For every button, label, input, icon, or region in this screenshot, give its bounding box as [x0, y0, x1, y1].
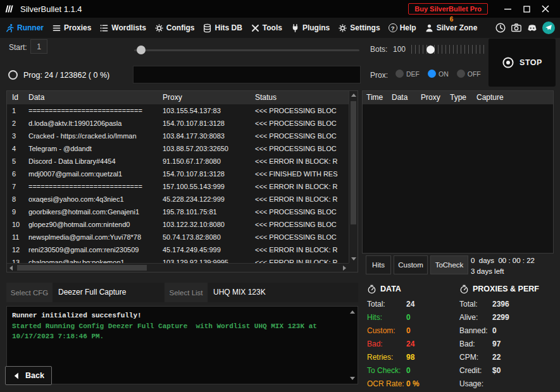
stop-button-label: STOP [520, 58, 542, 67]
prox-option-def[interactable]: DEF [395, 70, 420, 78]
bots-label: Bots: [370, 45, 387, 54]
history-clock-icon[interactable] [495, 22, 506, 34]
table-row[interactable]: 10 glopez90@hotmail.com:nintend0 103.122… [7, 218, 349, 231]
radio-icon [457, 70, 465, 78]
wordlists-icon [99, 23, 109, 33]
table-row[interactable]: 3 Cracked - https://cracked.io/Imman 103… [7, 130, 349, 142]
tab-settings[interactable]: Settings [338, 23, 380, 33]
proxies-list-icon [52, 23, 61, 33]
log-scroll-up-icon[interactable] [350, 310, 355, 314]
vertical-scrollbar[interactable] [349, 91, 358, 263]
tab-tools[interactable]: Tools [251, 23, 282, 33]
scroll-right-arrow-icon[interactable] [343, 266, 346, 271]
header-id[interactable]: Id [7, 91, 26, 104]
start-slider-thumb[interactable] [137, 46, 146, 54]
header-data[interactable]: Data [26, 91, 160, 104]
table-row[interactable]: 2 d.loda@aktv.lt:19901206pasla 154.70.10… [7, 117, 349, 130]
table-row[interactable]: 6 mdj0007@gmail.com:quetzal1 154.70.107.… [7, 168, 349, 180]
table-row[interactable]: 12 reni230509@gmail.com:reni230509 45.17… [7, 243, 349, 256]
table-row[interactable]: 7 ============================ 157.100.5… [7, 180, 349, 193]
table-row[interactable]: 11 newsplmedia@gmail.com:Yuvi78*78 50.74… [7, 231, 349, 243]
cell-id: 2 [7, 117, 26, 130]
bots-value: 100 [393, 45, 406, 54]
prox-option-off[interactable]: OFF [457, 70, 481, 78]
start-slider[interactable] [134, 44, 359, 56]
cell-proxy: 91.150.67.17:8080 [160, 155, 252, 168]
table-row[interactable]: 8 oxaqesi@yahoo.com:4q3niec1 45.228.234.… [7, 193, 349, 205]
tab-custom[interactable]: Custom [394, 255, 428, 274]
log-line: Runner initialized succesfully! [12, 310, 347, 321]
settings-gear-icon [338, 23, 347, 33]
table-row[interactable]: 13 chalgoman@abv.bg:pokemon1 103.129.92.… [7, 256, 349, 263]
cell-data: goorbikers@hotmail.com:Genajeni1 [26, 205, 160, 218]
close-button[interactable] [536, 0, 555, 18]
proxies-stats-header: PROXIES & PERF [459, 283, 556, 295]
stat-value: 0 [406, 366, 411, 375]
screenshot-camera-icon[interactable] [511, 22, 522, 34]
app-window: SilverBullet 1.1.4 Buy SilverBullet Pro … [0, 0, 560, 392]
back-button-label: Back [25, 371, 44, 380]
tab-hits[interactable]: Hits [366, 255, 391, 274]
horizontal-scroll-thumb[interactable] [17, 265, 147, 271]
table-row[interactable]: 4 Telegram - @ddandt 103.88.57.203:32650… [7, 142, 349, 155]
header-capture[interactable]: Capture [476, 91, 553, 104]
table-body: 1 ============================ 103.155.5… [7, 104, 349, 263]
table-row[interactable]: 1 ============================ 103.155.5… [7, 104, 349, 117]
bots-slider-thumb[interactable] [426, 46, 435, 54]
tab-runner[interactable]: Runner [5, 23, 44, 33]
prox-option-on[interactable]: ON [428, 70, 449, 78]
tab-tocheck[interactable]: ToCheck [430, 255, 468, 274]
tab-help[interactable]: Help [389, 23, 416, 32]
header-proxy[interactable]: Proxy [160, 91, 252, 104]
stat-label: Total: [459, 300, 492, 309]
header-time[interactable]: Time [363, 91, 392, 104]
stat-label: CPM: [459, 353, 492, 362]
table-row[interactable]: 5 Discord - Data Library#4454 91.150.67.… [7, 155, 349, 168]
menubar-icon-group [495, 21, 555, 34]
stat-value: 0 [406, 326, 411, 335]
bots-slider-ticks [411, 45, 486, 54]
minimize-button[interactable] [498, 0, 517, 18]
tab-plugins[interactable]: Plugins [290, 23, 330, 33]
select-cfg-button[interactable]: Select CFG [6, 283, 53, 302]
cell-proxy: 154.70.107.81:3128 [160, 168, 252, 180]
stop-button[interactable]: STOP [488, 39, 556, 87]
header-hit-data[interactable]: Data [392, 91, 421, 104]
start-input[interactable] [30, 39, 47, 54]
bots-slider[interactable] [411, 42, 486, 56]
back-button[interactable]: Back [5, 366, 52, 385]
data-stat-row: To Check: 0 [367, 364, 457, 377]
log-panel[interactable]: Runner initialized succesfully!Started R… [6, 306, 358, 384]
select-list-button[interactable]: Select List [165, 283, 208, 302]
cell-proxy: 45.174.249.45:999 [160, 243, 252, 256]
header-type[interactable]: Type [450, 91, 476, 104]
discord-icon[interactable] [526, 22, 538, 34]
start-slider-track [134, 49, 359, 51]
tab-configs[interactable]: Configs [154, 23, 195, 33]
vertical-scroll-thumb[interactable] [351, 101, 356, 224]
cell-data: Telegram - @ddandt [26, 142, 160, 155]
stat-label: Total: [367, 300, 406, 309]
prox-on-label: ON [439, 70, 449, 78]
header-status[interactable]: Status [252, 91, 358, 104]
tab-hits-db[interactable]: Hits DB [202, 23, 242, 33]
tab-settings-label: Settings [350, 23, 380, 32]
header-hit-proxy[interactable]: Proxy [421, 91, 450, 104]
log-scroll-down-icon[interactable] [350, 377, 355, 380]
prox-off-label: OFF [468, 70, 481, 78]
gauge-icon [367, 285, 376, 294]
cell-status: <<< ERROR IN BLOCK: R [252, 155, 349, 168]
buy-pro-button[interactable]: Buy SilverBullet Pro [408, 3, 488, 15]
tab-silver-zone[interactable]: 6 Silver Zone [425, 23, 478, 33]
scroll-up-arrow-icon[interactable] [351, 94, 356, 97]
maximize-button[interactable] [517, 0, 536, 18]
tab-wordlists[interactable]: Wordlists [99, 23, 146, 33]
table-row[interactable]: 9 goorbikers@hotmail.com:Genajeni1 195.7… [7, 205, 349, 218]
tab-proxies[interactable]: Proxies [52, 23, 91, 33]
stat-label: Credit: [459, 366, 492, 375]
horizontal-scrollbar[interactable] [7, 263, 349, 272]
cell-id: 5 [7, 155, 26, 168]
scroll-down-arrow-icon[interactable] [351, 257, 356, 260]
telegram-button[interactable] [542, 21, 555, 34]
scroll-left-arrow-icon[interactable] [9, 266, 13, 271]
